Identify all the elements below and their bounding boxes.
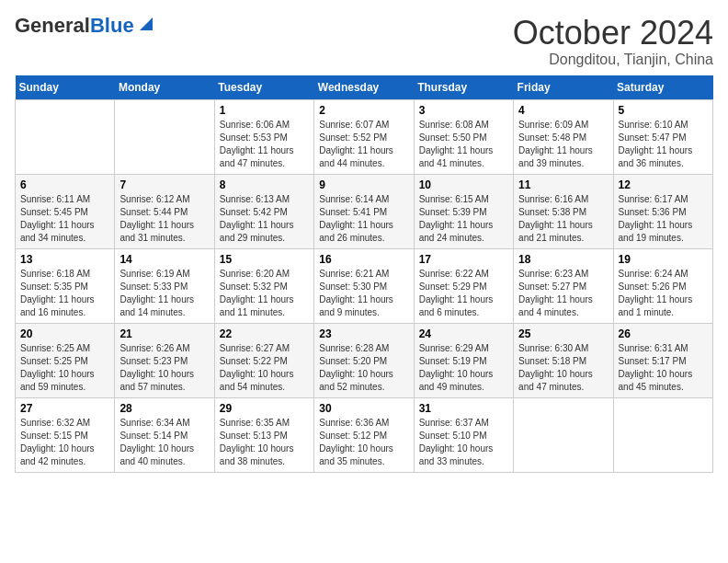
calendar-cell: 9Sunrise: 6:14 AMSunset: 5:41 PMDaylight… bbox=[314, 174, 414, 248]
calendar-cell bbox=[115, 99, 214, 174]
day-info: Sunrise: 6:14 AMSunset: 5:41 PMDaylight:… bbox=[319, 193, 408, 245]
day-number: 17 bbox=[419, 253, 508, 266]
day-info: Sunrise: 6:28 AMSunset: 5:20 PMDaylight:… bbox=[319, 342, 408, 394]
calendar-week-row: 20Sunrise: 6:25 AMSunset: 5:25 PMDayligh… bbox=[16, 323, 713, 397]
day-info: Sunrise: 6:32 AMSunset: 5:15 PMDaylight:… bbox=[20, 417, 109, 468]
day-number: 9 bbox=[319, 178, 408, 191]
day-number: 28 bbox=[119, 402, 209, 415]
logo-general: General bbox=[15, 14, 90, 37]
calendar-cell: 11Sunrise: 6:16 AMSunset: 5:38 PMDayligh… bbox=[514, 174, 613, 248]
calendar-cell: 12Sunrise: 6:17 AMSunset: 5:36 PMDayligh… bbox=[613, 174, 712, 248]
calendar-cell: 31Sunrise: 6:37 AMSunset: 5:10 PMDayligh… bbox=[414, 397, 513, 472]
calendar-cell: 5Sunrise: 6:10 AMSunset: 5:47 PMDaylight… bbox=[613, 99, 712, 174]
day-info: Sunrise: 6:06 AMSunset: 5:53 PMDaylight:… bbox=[220, 119, 309, 170]
day-info: Sunrise: 6:23 AMSunset: 5:27 PMDaylight:… bbox=[518, 268, 608, 319]
calendar-cell bbox=[514, 397, 613, 472]
day-number: 4 bbox=[518, 104, 608, 117]
day-number: 31 bbox=[419, 402, 508, 415]
calendar-cell: 26Sunrise: 6:31 AMSunset: 5:17 PMDayligh… bbox=[613, 323, 712, 397]
day-info: Sunrise: 6:22 AMSunset: 5:29 PMDaylight:… bbox=[419, 268, 508, 319]
calendar-cell: 1Sunrise: 6:06 AMSunset: 5:53 PMDaylight… bbox=[214, 99, 313, 174]
day-number: 8 bbox=[220, 178, 309, 191]
calendar-cell: 2Sunrise: 6:07 AMSunset: 5:52 PMDaylight… bbox=[314, 99, 414, 174]
day-header-monday: Monday bbox=[115, 75, 214, 100]
day-header-saturday: Saturday bbox=[613, 75, 712, 100]
day-info: Sunrise: 6:13 AMSunset: 5:42 PMDaylight:… bbox=[220, 193, 309, 245]
calendar-cell bbox=[16, 99, 115, 174]
page-header: GeneralBlue October 2024 Dongditou, Tian… bbox=[15, 15, 713, 68]
logo: GeneralBlue bbox=[15, 15, 156, 37]
day-header-thursday: Thursday bbox=[414, 75, 513, 100]
day-number: 11 bbox=[518, 178, 608, 191]
day-info: Sunrise: 6:37 AMSunset: 5:10 PMDaylight:… bbox=[419, 417, 508, 468]
day-info: Sunrise: 6:29 AMSunset: 5:19 PMDaylight:… bbox=[419, 342, 508, 394]
day-info: Sunrise: 6:36 AMSunset: 5:12 PMDaylight:… bbox=[319, 417, 408, 468]
calendar-week-row: 1Sunrise: 6:06 AMSunset: 5:53 PMDaylight… bbox=[16, 99, 713, 174]
day-info: Sunrise: 6:21 AMSunset: 5:30 PMDaylight:… bbox=[319, 268, 408, 319]
day-number: 19 bbox=[619, 253, 708, 266]
calendar-cell: 22Sunrise: 6:27 AMSunset: 5:22 PMDayligh… bbox=[214, 323, 313, 397]
day-number: 18 bbox=[518, 253, 608, 266]
calendar-table: SundayMondayTuesdayWednesdayThursdayFrid… bbox=[15, 75, 713, 473]
calendar-cell: 23Sunrise: 6:28 AMSunset: 5:20 PMDayligh… bbox=[314, 323, 414, 397]
svg-marker-0 bbox=[140, 17, 153, 30]
day-number: 26 bbox=[619, 327, 708, 340]
calendar-cell: 30Sunrise: 6:36 AMSunset: 5:12 PMDayligh… bbox=[314, 397, 414, 472]
day-number: 2 bbox=[319, 104, 408, 117]
calendar-cell: 15Sunrise: 6:20 AMSunset: 5:32 PMDayligh… bbox=[214, 248, 313, 323]
day-info: Sunrise: 6:27 AMSunset: 5:22 PMDaylight:… bbox=[220, 342, 309, 394]
calendar-cell: 24Sunrise: 6:29 AMSunset: 5:19 PMDayligh… bbox=[414, 323, 513, 397]
calendar-cell: 13Sunrise: 6:18 AMSunset: 5:35 PMDayligh… bbox=[16, 248, 115, 323]
day-number: 20 bbox=[20, 327, 109, 340]
day-number: 30 bbox=[319, 402, 408, 415]
calendar-week-row: 27Sunrise: 6:32 AMSunset: 5:15 PMDayligh… bbox=[16, 397, 713, 472]
calendar-cell: 21Sunrise: 6:26 AMSunset: 5:23 PMDayligh… bbox=[115, 323, 214, 397]
day-info: Sunrise: 6:15 AMSunset: 5:39 PMDaylight:… bbox=[419, 193, 508, 245]
day-number: 6 bbox=[20, 178, 109, 191]
calendar-cell: 17Sunrise: 6:22 AMSunset: 5:29 PMDayligh… bbox=[414, 248, 513, 323]
calendar-cell: 10Sunrise: 6:15 AMSunset: 5:39 PMDayligh… bbox=[414, 174, 513, 248]
day-number: 23 bbox=[319, 327, 408, 340]
day-info: Sunrise: 6:10 AMSunset: 5:47 PMDaylight:… bbox=[619, 119, 708, 170]
calendar-cell: 6Sunrise: 6:11 AMSunset: 5:45 PMDaylight… bbox=[16, 174, 115, 248]
day-info: Sunrise: 6:19 AMSunset: 5:33 PMDaylight:… bbox=[119, 268, 209, 319]
day-header-wednesday: Wednesday bbox=[314, 75, 414, 100]
calendar-cell: 29Sunrise: 6:35 AMSunset: 5:13 PMDayligh… bbox=[214, 397, 313, 472]
day-info: Sunrise: 6:11 AMSunset: 5:45 PMDaylight:… bbox=[20, 193, 109, 245]
day-number: 13 bbox=[20, 253, 109, 266]
day-number: 29 bbox=[220, 402, 309, 415]
location-subtitle: Dongditou, Tianjin, China bbox=[513, 52, 713, 68]
day-number: 21 bbox=[119, 327, 209, 340]
day-header-friday: Friday bbox=[514, 75, 613, 100]
day-info: Sunrise: 6:25 AMSunset: 5:25 PMDaylight:… bbox=[20, 342, 109, 394]
calendar-cell: 4Sunrise: 6:09 AMSunset: 5:48 PMDaylight… bbox=[514, 99, 613, 174]
calendar-cell: 14Sunrise: 6:19 AMSunset: 5:33 PMDayligh… bbox=[115, 248, 214, 323]
logo-arrow-icon bbox=[136, 14, 156, 34]
calendar-cell: 27Sunrise: 6:32 AMSunset: 5:15 PMDayligh… bbox=[16, 397, 115, 472]
day-number: 14 bbox=[119, 253, 209, 266]
day-info: Sunrise: 6:16 AMSunset: 5:38 PMDaylight:… bbox=[518, 193, 608, 245]
day-number: 7 bbox=[119, 178, 209, 191]
day-info: Sunrise: 6:35 AMSunset: 5:13 PMDaylight:… bbox=[220, 417, 309, 468]
calendar-cell: 16Sunrise: 6:21 AMSunset: 5:30 PMDayligh… bbox=[314, 248, 414, 323]
calendar-cell: 18Sunrise: 6:23 AMSunset: 5:27 PMDayligh… bbox=[514, 248, 613, 323]
day-number: 10 bbox=[419, 178, 508, 191]
day-header-tuesday: Tuesday bbox=[214, 75, 313, 100]
day-number: 3 bbox=[419, 104, 508, 117]
day-header-sunday: Sunday bbox=[16, 75, 115, 100]
calendar-cell: 25Sunrise: 6:30 AMSunset: 5:18 PMDayligh… bbox=[514, 323, 613, 397]
day-info: Sunrise: 6:30 AMSunset: 5:18 PMDaylight:… bbox=[518, 342, 608, 394]
calendar-cell: 8Sunrise: 6:13 AMSunset: 5:42 PMDaylight… bbox=[214, 174, 313, 248]
title-block: October 2024 Dongditou, Tianjin, China bbox=[513, 15, 713, 68]
day-number: 22 bbox=[220, 327, 309, 340]
day-number: 15 bbox=[220, 253, 309, 266]
day-number: 1 bbox=[220, 104, 309, 117]
day-info: Sunrise: 6:07 AMSunset: 5:52 PMDaylight:… bbox=[319, 119, 408, 170]
calendar-cell: 19Sunrise: 6:24 AMSunset: 5:26 PMDayligh… bbox=[613, 248, 712, 323]
day-number: 25 bbox=[518, 327, 608, 340]
day-info: Sunrise: 6:17 AMSunset: 5:36 PMDaylight:… bbox=[619, 193, 708, 245]
day-number: 5 bbox=[619, 104, 708, 117]
day-info: Sunrise: 6:08 AMSunset: 5:50 PMDaylight:… bbox=[419, 119, 508, 170]
calendar-cell: 7Sunrise: 6:12 AMSunset: 5:44 PMDaylight… bbox=[115, 174, 214, 248]
month-year-title: October 2024 bbox=[513, 15, 713, 52]
